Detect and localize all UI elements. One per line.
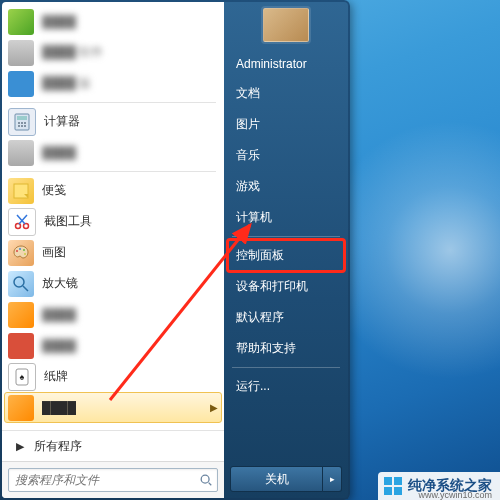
program-item[interactable]: 放大镜 — [4, 268, 222, 299]
svg-point-14 — [24, 253, 26, 255]
program-item[interactable]: 画图 — [4, 237, 222, 268]
program-label: 纸牌 — [44, 368, 218, 385]
start-menu: ████████ 软件████ 版计算器████便笺截图工具画图放大镜█████… — [0, 0, 350, 500]
svg-point-5 — [18, 125, 20, 127]
menu-item[interactable]: 计算机 — [228, 202, 344, 233]
menu-item[interactable]: 文档 — [228, 78, 344, 109]
list-separator — [10, 102, 216, 103]
shutdown-row: 关机 ▸ — [228, 464, 344, 494]
program-label: 画图 — [42, 244, 218, 261]
shutdown-options-button[interactable]: ▸ — [323, 466, 342, 492]
shutdown-button[interactable]: 关机 — [230, 466, 323, 492]
program-item[interactable]: 截图工具 — [4, 206, 222, 237]
user-avatar[interactable] — [263, 8, 309, 42]
arrow-right-icon: ▶ — [16, 440, 24, 453]
watermark-logo-icon — [384, 477, 402, 495]
program-label: ████ 软件 — [42, 44, 218, 61]
program-item[interactable]: ████ — [4, 299, 222, 330]
list-separator — [10, 171, 216, 172]
svg-point-6 — [21, 125, 23, 127]
program-item[interactable]: ████ — [4, 6, 222, 37]
program-label: 截图工具 — [44, 213, 218, 230]
desktop: ████████ 软件████ 版计算器████便笺截图工具画图放大镜█████… — [0, 0, 500, 500]
program-item[interactable]: ████▶ — [4, 392, 222, 423]
program-item[interactable]: ████ — [4, 137, 222, 168]
program-label: 放大镜 — [42, 275, 218, 292]
program-label: ████ — [42, 15, 218, 29]
program-label: 便笺 — [42, 182, 218, 199]
username-link[interactable]: Administrator — [228, 50, 344, 78]
svg-point-12 — [19, 248, 21, 250]
program-item[interactable]: 计算器 — [4, 106, 222, 137]
menu-item[interactable]: 音乐 — [228, 140, 344, 171]
svg-point-13 — [23, 249, 25, 251]
svg-point-11 — [16, 250, 18, 252]
menu-separator — [232, 236, 340, 237]
svg-point-19 — [201, 475, 209, 483]
menu-item[interactable]: 设备和打印机 — [228, 271, 344, 302]
svg-rect-1 — [17, 116, 27, 120]
program-list: ████████ 软件████ 版计算器████便笺截图工具画图放大镜█████… — [2, 2, 224, 430]
program-label: ████ — [42, 401, 210, 415]
start-menu-right-panel: Administrator 文档图片音乐游戏计算机 控制面板设备和打印机默认程序… — [224, 2, 348, 498]
svg-point-2 — [18, 122, 20, 124]
menu-item[interactable]: 控制面板 — [228, 240, 344, 271]
all-programs-label: 所有程序 — [34, 438, 82, 455]
menu-item[interactable]: 默认程序 — [228, 302, 344, 333]
svg-line-16 — [23, 286, 28, 291]
menu-separator — [232, 367, 340, 368]
search-input[interactable] — [13, 472, 199, 488]
svg-point-3 — [21, 122, 23, 124]
program-item[interactable]: ████ — [4, 330, 222, 361]
program-item[interactable]: ████ 软件 — [4, 37, 222, 68]
svg-point-4 — [24, 122, 26, 124]
search-field[interactable] — [8, 468, 218, 492]
program-label: ████ — [42, 146, 218, 160]
program-label: ████ — [42, 339, 218, 353]
program-label: ████ 版 — [42, 75, 218, 92]
svg-text:♠: ♠ — [20, 372, 25, 382]
program-item[interactable]: ████ 版 — [4, 68, 222, 99]
svg-line-20 — [209, 483, 212, 486]
submenu-arrow-icon: ▶ — [210, 402, 218, 413]
program-label: ████ — [42, 308, 218, 322]
menu-item[interactable]: 图片 — [228, 109, 344, 140]
svg-point-15 — [14, 277, 24, 287]
avatar-wrap — [228, 8, 344, 42]
watermark-url: www.ycwin10.com — [418, 490, 492, 500]
program-item[interactable]: 便笺 — [4, 175, 222, 206]
search-box — [2, 461, 224, 498]
menu-item[interactable]: 帮助和支持 — [228, 333, 344, 364]
program-item[interactable]: ♠纸牌 — [4, 361, 222, 392]
svg-point-7 — [24, 125, 26, 127]
menu-item[interactable]: 游戏 — [228, 171, 344, 202]
search-icon — [199, 473, 213, 487]
all-programs-button[interactable]: ▶ 所有程序 — [2, 430, 224, 461]
program-label: 计算器 — [44, 113, 218, 130]
start-menu-left-panel: ████████ 软件████ 版计算器████便笺截图工具画图放大镜█████… — [2, 2, 224, 498]
menu-item-run[interactable]: 运行... — [228, 371, 344, 402]
